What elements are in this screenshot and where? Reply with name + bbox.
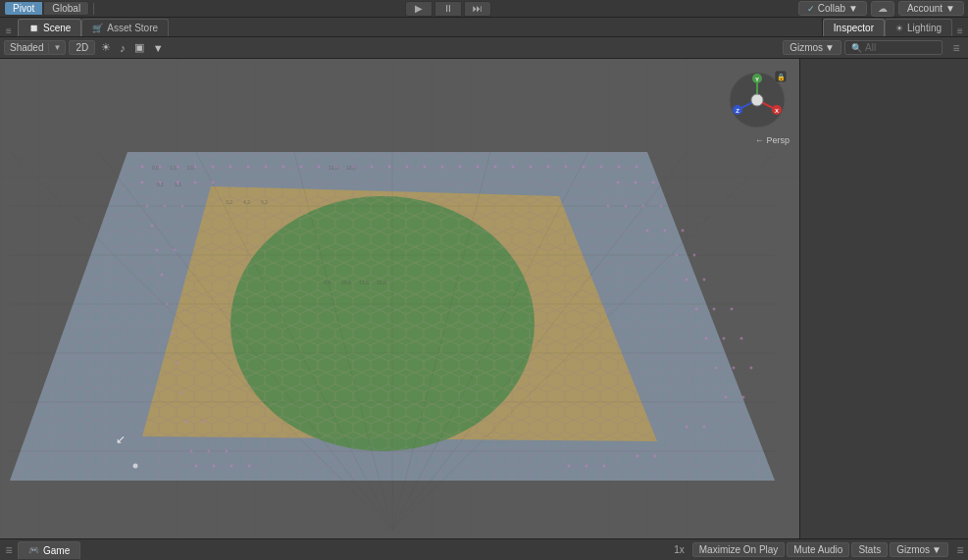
nav-gizmo[interactable]: Y X Z 🔒 bbox=[726, 69, 790, 132]
svg-point-57 bbox=[664, 229, 667, 232]
inspector-tab-label: Inspector bbox=[834, 23, 874, 33]
collab-label: Collab bbox=[818, 3, 845, 14]
svg-text:Y: Y bbox=[755, 76, 759, 82]
lighting-tab-icon: ☀ bbox=[895, 24, 903, 33]
twod-button[interactable]: 2D bbox=[69, 40, 95, 55]
svg-point-77 bbox=[750, 367, 753, 370]
svg-point-24 bbox=[371, 166, 374, 169]
bottom-gizmos-label: Gizmos bbox=[896, 544, 930, 555]
svg-point-29 bbox=[459, 166, 462, 169]
left-collapse-btn[interactable]: ≡ bbox=[0, 25, 18, 36]
pivot-button[interactable]: Pivot bbox=[4, 1, 43, 16]
svg-point-43 bbox=[194, 181, 197, 184]
svg-point-64 bbox=[686, 279, 688, 281]
svg-point-94 bbox=[568, 465, 571, 468]
image-toolbar-icon[interactable]: ▣ bbox=[131, 40, 147, 55]
svg-point-69 bbox=[731, 308, 734, 311]
gizmos-button[interactable]: Gizmos ▼ bbox=[783, 40, 841, 55]
svg-point-90 bbox=[195, 465, 198, 468]
svg-point-72 bbox=[723, 337, 726, 340]
tab-scene[interactable]: 🔲 Scene bbox=[18, 19, 81, 36]
svg-text:X: X bbox=[775, 108, 779, 114]
pivot-global-toggle: Pivot Global bbox=[4, 1, 89, 16]
inspector-content bbox=[800, 59, 968, 538]
bottom-left-menu[interactable]: ≡ bbox=[0, 543, 18, 557]
svg-text:4,2: 4,2 bbox=[243, 199, 250, 205]
svg-point-80 bbox=[742, 396, 745, 399]
svg-text:Z: Z bbox=[736, 108, 739, 114]
sun-toolbar-icon[interactable]: ☀ bbox=[98, 40, 114, 55]
tab-lighting[interactable]: ☀ Lighting bbox=[885, 19, 952, 36]
svg-point-21 bbox=[318, 166, 321, 169]
svg-point-17 bbox=[247, 166, 250, 169]
svg-point-82 bbox=[203, 421, 206, 424]
svg-point-96 bbox=[603, 465, 606, 468]
shaded-dropdown[interactable]: Shaded ▼ bbox=[4, 40, 66, 55]
shaded-arrow-icon[interactable]: ▼ bbox=[48, 42, 65, 53]
right-inspector-panel bbox=[799, 59, 968, 538]
shaded-label: Shaded bbox=[5, 41, 48, 54]
maximize-on-play-button[interactable]: Maximize On Play bbox=[692, 542, 786, 557]
right-tabs: Inspector ☀ Lighting ≡ bbox=[822, 19, 968, 36]
svg-point-46 bbox=[635, 181, 637, 184]
svg-point-67 bbox=[695, 308, 698, 311]
tab-row: ≡ 🔲 Scene 🛒 Asset Store Inspector ☀ Ligh… bbox=[0, 18, 968, 37]
svg-point-40 bbox=[141, 181, 144, 184]
tab-game[interactable]: 🎮 Game bbox=[18, 541, 80, 559]
svg-point-11 bbox=[141, 166, 144, 169]
hex-scene-svg: 0,0 1,0 2,0 11,0 12,0 0,1 1,1 3,2 4,2 5,… bbox=[0, 59, 799, 538]
svg-point-93 bbox=[248, 465, 251, 468]
content-area: 0,0 1,0 2,0 11,0 12,0 0,1 1,1 3,2 4,2 5,… bbox=[0, 59, 968, 538]
svg-point-78 bbox=[180, 391, 183, 394]
svg-point-20 bbox=[300, 166, 303, 169]
account-button[interactable]: Account ▼ bbox=[898, 1, 964, 16]
svg-text:0,0: 0,0 bbox=[152, 165, 159, 171]
svg-point-74 bbox=[176, 362, 178, 365]
bottom-bar: ≡ 🎮 Game 1x Maximize On Play Mute Audio … bbox=[0, 538, 968, 560]
svg-text:11,8: 11,8 bbox=[359, 280, 369, 285]
svg-point-45 bbox=[617, 181, 620, 184]
stats-button[interactable]: Stats bbox=[851, 542, 888, 557]
bottom-gizmos-button[interactable]: Gizmos ▼ bbox=[890, 542, 948, 557]
collab-check-icon: ✓ bbox=[807, 4, 815, 14]
scene-cursor: ↙ bbox=[116, 433, 126, 446]
cloud-button[interactable]: ☁ bbox=[871, 1, 894, 17]
svg-point-68 bbox=[713, 308, 716, 311]
play-button[interactable]: ▶ bbox=[405, 1, 433, 17]
tab-asset-store[interactable]: 🛒 Asset Store bbox=[81, 19, 169, 36]
svg-point-38 bbox=[618, 166, 621, 169]
svg-point-30 bbox=[477, 166, 480, 169]
audio-toolbar-icon[interactable]: ♪ bbox=[117, 41, 128, 55]
tab-inspector[interactable]: Inspector bbox=[823, 19, 885, 36]
lighting-tab-label: Lighting bbox=[907, 23, 942, 33]
svg-point-18 bbox=[265, 166, 268, 169]
svg-point-91 bbox=[213, 465, 216, 468]
right-toolbar-menu[interactable]: ≡ bbox=[948, 41, 964, 55]
svg-point-34 bbox=[547, 166, 550, 169]
svg-point-25 bbox=[388, 166, 391, 169]
bottom-right-buttons: Maximize On Play Mute Audio Stats Gizmos… bbox=[692, 542, 952, 557]
collab-button[interactable]: ✓ Collab ▼ bbox=[798, 1, 867, 16]
search-box[interactable]: 🔍 All bbox=[844, 40, 943, 55]
svg-point-73 bbox=[740, 337, 743, 340]
mute-audio-button[interactable]: Mute Audio bbox=[787, 542, 849, 557]
svg-text:1,1: 1,1 bbox=[175, 181, 181, 187]
svg-text:12,8: 12,8 bbox=[377, 280, 386, 285]
account-label: Account bbox=[907, 3, 943, 14]
persp-label: ← Persp bbox=[755, 135, 790, 145]
scene-tab-icon: 🔲 bbox=[28, 24, 39, 33]
asset-store-label: Asset Store bbox=[107, 23, 158, 33]
scene-viewport[interactable]: 0,0 1,0 2,0 11,0 12,0 0,1 1,1 3,2 4,2 5,… bbox=[0, 59, 799, 538]
svg-point-83 bbox=[686, 426, 688, 429]
global-button[interactable]: Global bbox=[43, 1, 89, 16]
play-controls: ▶ ⏸ ⏭ bbox=[405, 1, 491, 17]
svg-point-84 bbox=[703, 426, 706, 429]
bottom-right-menu[interactable]: ≡ bbox=[952, 543, 968, 557]
right-panel-menu-btn[interactable]: ≡ bbox=[952, 25, 968, 36]
pause-button[interactable]: ⏸ bbox=[434, 1, 462, 17]
svg-point-92 bbox=[230, 465, 233, 468]
step-button[interactable]: ⏭ bbox=[464, 1, 491, 17]
svg-point-10 bbox=[230, 196, 535, 451]
svg-point-95 bbox=[586, 465, 588, 468]
more-toolbar-icon[interactable]: ▼ bbox=[150, 41, 167, 55]
